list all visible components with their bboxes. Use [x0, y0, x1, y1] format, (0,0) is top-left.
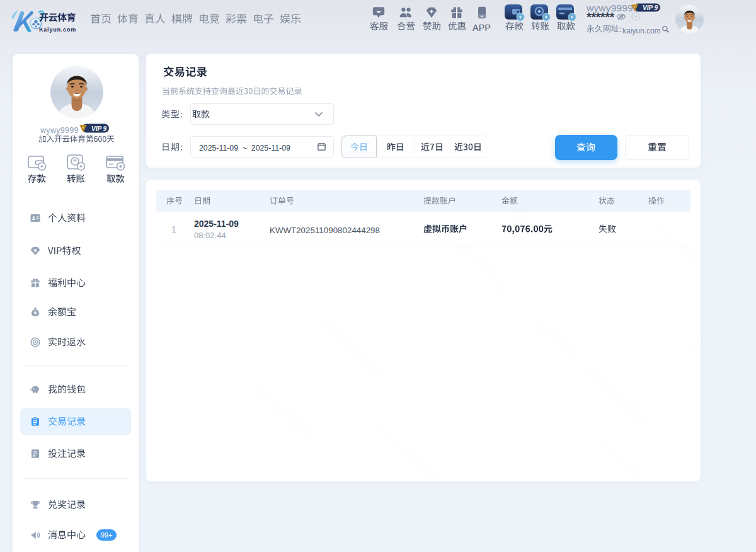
- svg-text:VIP 9: VIP 9: [643, 4, 658, 11]
- svg-text:VIP 9: VIP 9: [91, 125, 107, 132]
